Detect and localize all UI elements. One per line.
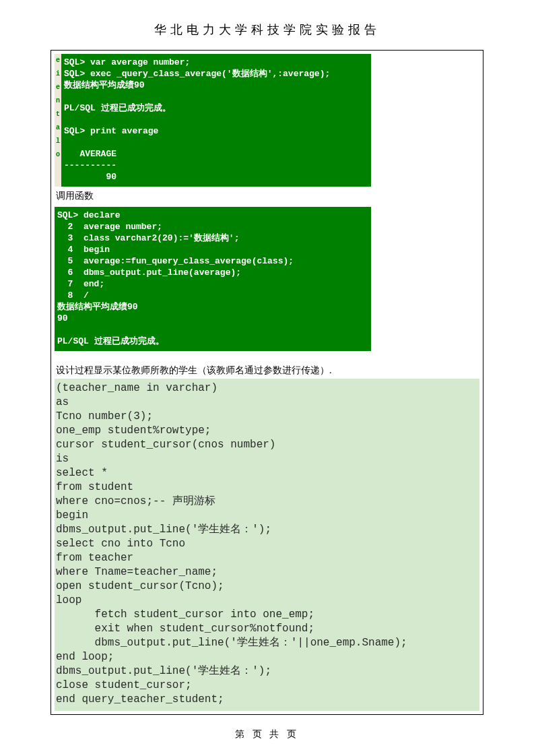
procedure-description: 设计过程显示某位教师所教的学生（该教师名通过参数进行传递）. xyxy=(55,351,479,379)
page-footer: 第 页 共 页 xyxy=(0,715,534,741)
gutter-strip: e i e n t a l o xyxy=(55,54,61,187)
plsql-code-block: (teacher_name in varchar) as Tcno number… xyxy=(55,379,479,711)
terminal-block-1: e i e n t a l o SQL> var average number;… xyxy=(55,54,479,187)
terminal-block-2: SQL> declare 2 average number; 3 class v… xyxy=(55,207,371,351)
content-frame: e i e n t a l o SQL> var average number;… xyxy=(51,50,483,715)
call-function-label: 调用函数 xyxy=(55,187,479,204)
page-title: 华北电力大学科技学院实验报告 xyxy=(0,0,534,50)
terminal-1-content: SQL> var average number; SQL> exec _quer… xyxy=(61,54,371,187)
